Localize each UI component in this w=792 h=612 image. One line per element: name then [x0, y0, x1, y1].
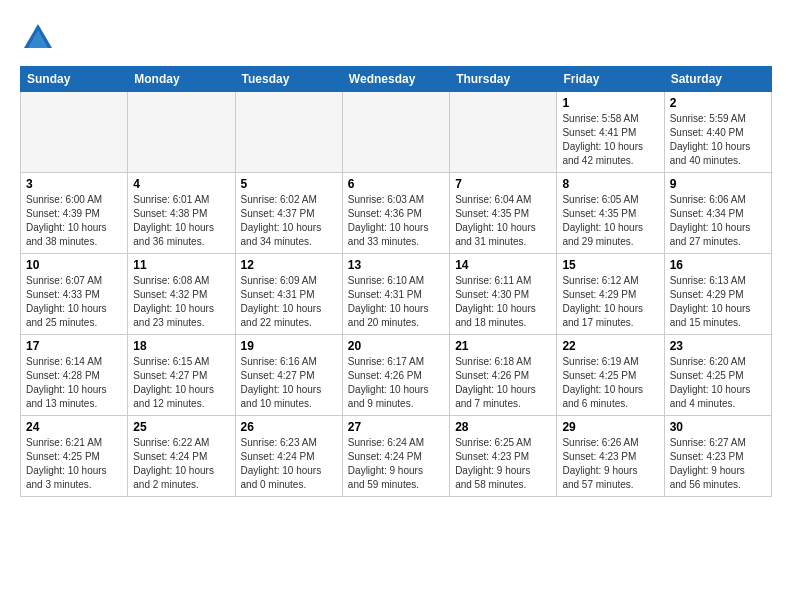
day-number: 29: [562, 420, 658, 434]
day-number: 3: [26, 177, 122, 191]
calendar-cell: 18Sunrise: 6:15 AM Sunset: 4:27 PM Dayli…: [128, 335, 235, 416]
day-info: Sunrise: 6:09 AM Sunset: 4:31 PM Dayligh…: [241, 274, 337, 330]
calendar-cell: 5Sunrise: 6:02 AM Sunset: 4:37 PM Daylig…: [235, 173, 342, 254]
day-info: Sunrise: 6:14 AM Sunset: 4:28 PM Dayligh…: [26, 355, 122, 411]
calendar-week-row: 17Sunrise: 6:14 AM Sunset: 4:28 PM Dayli…: [21, 335, 772, 416]
day-number: 21: [455, 339, 551, 353]
day-number: 9: [670, 177, 766, 191]
day-info: Sunrise: 6:19 AM Sunset: 4:25 PM Dayligh…: [562, 355, 658, 411]
calendar-cell: 21Sunrise: 6:18 AM Sunset: 4:26 PM Dayli…: [450, 335, 557, 416]
calendar-header-row: SundayMondayTuesdayWednesdayThursdayFrid…: [21, 67, 772, 92]
calendar-cell: 15Sunrise: 6:12 AM Sunset: 4:29 PM Dayli…: [557, 254, 664, 335]
day-info: Sunrise: 6:02 AM Sunset: 4:37 PM Dayligh…: [241, 193, 337, 249]
calendar-cell: [342, 92, 449, 173]
day-number: 26: [241, 420, 337, 434]
calendar-cell: 17Sunrise: 6:14 AM Sunset: 4:28 PM Dayli…: [21, 335, 128, 416]
calendar-week-row: 3Sunrise: 6:00 AM Sunset: 4:39 PM Daylig…: [21, 173, 772, 254]
day-info: Sunrise: 6:03 AM Sunset: 4:36 PM Dayligh…: [348, 193, 444, 249]
day-info: Sunrise: 6:27 AM Sunset: 4:23 PM Dayligh…: [670, 436, 766, 492]
calendar-cell: 2Sunrise: 5:59 AM Sunset: 4:40 PM Daylig…: [664, 92, 771, 173]
calendar-cell: 23Sunrise: 6:20 AM Sunset: 4:25 PM Dayli…: [664, 335, 771, 416]
calendar-cell: 7Sunrise: 6:04 AM Sunset: 4:35 PM Daylig…: [450, 173, 557, 254]
day-info: Sunrise: 6:08 AM Sunset: 4:32 PM Dayligh…: [133, 274, 229, 330]
calendar-week-row: 24Sunrise: 6:21 AM Sunset: 4:25 PM Dayli…: [21, 416, 772, 497]
day-number: 5: [241, 177, 337, 191]
day-number: 6: [348, 177, 444, 191]
day-info: Sunrise: 6:10 AM Sunset: 4:31 PM Dayligh…: [348, 274, 444, 330]
day-info: Sunrise: 6:05 AM Sunset: 4:35 PM Dayligh…: [562, 193, 658, 249]
calendar-cell: 28Sunrise: 6:25 AM Sunset: 4:23 PM Dayli…: [450, 416, 557, 497]
day-info: Sunrise: 6:07 AM Sunset: 4:33 PM Dayligh…: [26, 274, 122, 330]
calendar-cell: 13Sunrise: 6:10 AM Sunset: 4:31 PM Dayli…: [342, 254, 449, 335]
calendar-cell: 1Sunrise: 5:58 AM Sunset: 4:41 PM Daylig…: [557, 92, 664, 173]
calendar-cell: 4Sunrise: 6:01 AM Sunset: 4:38 PM Daylig…: [128, 173, 235, 254]
day-number: 15: [562, 258, 658, 272]
calendar-cell: 16Sunrise: 6:13 AM Sunset: 4:29 PM Dayli…: [664, 254, 771, 335]
weekday-header: Wednesday: [342, 67, 449, 92]
day-number: 24: [26, 420, 122, 434]
day-number: 16: [670, 258, 766, 272]
weekday-header: Sunday: [21, 67, 128, 92]
day-number: 28: [455, 420, 551, 434]
day-number: 12: [241, 258, 337, 272]
day-info: Sunrise: 6:01 AM Sunset: 4:38 PM Dayligh…: [133, 193, 229, 249]
calendar-cell: 22Sunrise: 6:19 AM Sunset: 4:25 PM Dayli…: [557, 335, 664, 416]
day-number: 7: [455, 177, 551, 191]
day-info: Sunrise: 6:13 AM Sunset: 4:29 PM Dayligh…: [670, 274, 766, 330]
day-number: 18: [133, 339, 229, 353]
weekday-header: Thursday: [450, 67, 557, 92]
day-number: 4: [133, 177, 229, 191]
calendar-cell: 6Sunrise: 6:03 AM Sunset: 4:36 PM Daylig…: [342, 173, 449, 254]
calendar-week-row: 10Sunrise: 6:07 AM Sunset: 4:33 PM Dayli…: [21, 254, 772, 335]
calendar-cell: 9Sunrise: 6:06 AM Sunset: 4:34 PM Daylig…: [664, 173, 771, 254]
calendar-cell: 10Sunrise: 6:07 AM Sunset: 4:33 PM Dayli…: [21, 254, 128, 335]
day-info: Sunrise: 6:06 AM Sunset: 4:34 PM Dayligh…: [670, 193, 766, 249]
calendar-cell: [21, 92, 128, 173]
calendar-table: SundayMondayTuesdayWednesdayThursdayFrid…: [20, 66, 772, 497]
day-number: 8: [562, 177, 658, 191]
calendar-cell: [235, 92, 342, 173]
day-number: 17: [26, 339, 122, 353]
logo-icon: [20, 20, 56, 56]
calendar-cell: 25Sunrise: 6:22 AM Sunset: 4:24 PM Dayli…: [128, 416, 235, 497]
calendar-cell: 19Sunrise: 6:16 AM Sunset: 4:27 PM Dayli…: [235, 335, 342, 416]
day-info: Sunrise: 6:11 AM Sunset: 4:30 PM Dayligh…: [455, 274, 551, 330]
day-info: Sunrise: 6:21 AM Sunset: 4:25 PM Dayligh…: [26, 436, 122, 492]
day-info: Sunrise: 6:20 AM Sunset: 4:25 PM Dayligh…: [670, 355, 766, 411]
day-info: Sunrise: 5:59 AM Sunset: 4:40 PM Dayligh…: [670, 112, 766, 168]
weekday-header: Saturday: [664, 67, 771, 92]
day-number: 2: [670, 96, 766, 110]
day-number: 14: [455, 258, 551, 272]
day-number: 27: [348, 420, 444, 434]
day-number: 11: [133, 258, 229, 272]
weekday-header: Monday: [128, 67, 235, 92]
day-info: Sunrise: 6:24 AM Sunset: 4:24 PM Dayligh…: [348, 436, 444, 492]
calendar-cell: 20Sunrise: 6:17 AM Sunset: 4:26 PM Dayli…: [342, 335, 449, 416]
day-number: 10: [26, 258, 122, 272]
page-header: [20, 20, 772, 56]
calendar-cell: [450, 92, 557, 173]
day-info: Sunrise: 6:04 AM Sunset: 4:35 PM Dayligh…: [455, 193, 551, 249]
day-info: Sunrise: 6:12 AM Sunset: 4:29 PM Dayligh…: [562, 274, 658, 330]
logo: [20, 20, 62, 56]
calendar-cell: 30Sunrise: 6:27 AM Sunset: 4:23 PM Dayli…: [664, 416, 771, 497]
day-number: 30: [670, 420, 766, 434]
calendar-cell: 14Sunrise: 6:11 AM Sunset: 4:30 PM Dayli…: [450, 254, 557, 335]
day-info: Sunrise: 6:23 AM Sunset: 4:24 PM Dayligh…: [241, 436, 337, 492]
day-info: Sunrise: 6:22 AM Sunset: 4:24 PM Dayligh…: [133, 436, 229, 492]
calendar-week-row: 1Sunrise: 5:58 AM Sunset: 4:41 PM Daylig…: [21, 92, 772, 173]
calendar-cell: 26Sunrise: 6:23 AM Sunset: 4:24 PM Dayli…: [235, 416, 342, 497]
day-number: 13: [348, 258, 444, 272]
day-info: Sunrise: 6:16 AM Sunset: 4:27 PM Dayligh…: [241, 355, 337, 411]
day-info: Sunrise: 6:17 AM Sunset: 4:26 PM Dayligh…: [348, 355, 444, 411]
day-info: Sunrise: 6:25 AM Sunset: 4:23 PM Dayligh…: [455, 436, 551, 492]
day-info: Sunrise: 6:15 AM Sunset: 4:27 PM Dayligh…: [133, 355, 229, 411]
day-number: 19: [241, 339, 337, 353]
day-number: 23: [670, 339, 766, 353]
day-info: Sunrise: 6:00 AM Sunset: 4:39 PM Dayligh…: [26, 193, 122, 249]
day-number: 25: [133, 420, 229, 434]
calendar-cell: 3Sunrise: 6:00 AM Sunset: 4:39 PM Daylig…: [21, 173, 128, 254]
day-number: 1: [562, 96, 658, 110]
day-info: Sunrise: 5:58 AM Sunset: 4:41 PM Dayligh…: [562, 112, 658, 168]
day-info: Sunrise: 6:18 AM Sunset: 4:26 PM Dayligh…: [455, 355, 551, 411]
